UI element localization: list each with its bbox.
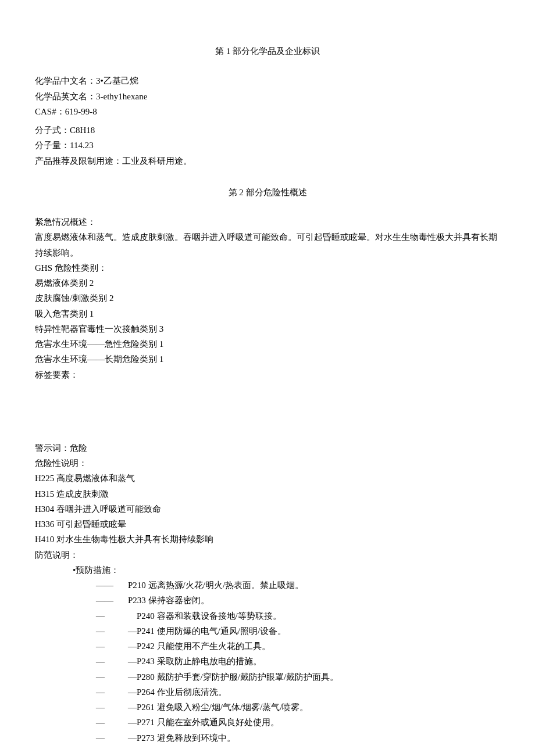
dash-icon: — bbox=[96, 685, 128, 700]
list-item: ——P242 只能使用不产生火花的工具。 bbox=[96, 639, 500, 654]
list-item: ——P233 保持容器密闭。 bbox=[96, 593, 500, 608]
hazard-1: H315 造成皮肤刺激 bbox=[35, 486, 500, 501]
cas-value: 619-99-8 bbox=[65, 107, 97, 116]
formula-value: C8H18 bbox=[70, 126, 95, 135]
pictogram-placeholder bbox=[35, 382, 500, 440]
document-page: 第 1 部分化学品及企业标识 化学品中文名：3•乙基己烷 化学品英文名：3-et… bbox=[0, 0, 535, 756]
overview-label: 紧急情况概述： bbox=[35, 214, 500, 230]
section-1-body: 化学品中文名：3•乙基己烷 化学品英文名：3-ethy1hexane CAS#：… bbox=[35, 73, 500, 169]
mw-value: 114.23 bbox=[70, 141, 94, 150]
hazard-3: H336 可引起昏睡或眩晕 bbox=[35, 517, 500, 532]
mw-label: 分子量： bbox=[35, 141, 70, 150]
list-item: ——P280 戴防护手套/穿防护服/戴防护眼罩/戴防护面具。 bbox=[96, 669, 500, 685]
ghs-label: GHS 危险性类别： bbox=[35, 260, 500, 275]
formula-line: 分子式：C8H18 bbox=[35, 123, 500, 138]
list-item: ——P264 作业后彻底清洗。 bbox=[96, 685, 500, 700]
dash-icon: — bbox=[96, 624, 128, 639]
list-item: ——P273 避免释放到环境中。 bbox=[96, 730, 500, 746]
dash-icon: — bbox=[96, 654, 128, 669]
prevent-text: P233 保持容器密闭。 bbox=[128, 593, 209, 608]
ghs-class-3: 特异性靶器官毒性一次接触类别 3 bbox=[35, 321, 500, 336]
ghs-class-5: 危害水生环境——长期危险类别 1 bbox=[35, 352, 500, 367]
dash-icon: —— bbox=[96, 578, 128, 593]
ghs-class-4: 危害水生环境——急性危险类别 1 bbox=[35, 336, 500, 352]
use-line: 产品推荐及限制用途：工业及科研用途。 bbox=[35, 153, 500, 169]
prevent-text: —P271 只能在室外或通风良好处使用。 bbox=[128, 715, 279, 730]
list-item: ——P241 使用防爆的电气/通风/照明/设备。 bbox=[96, 624, 500, 639]
dash-icon: — bbox=[96, 608, 128, 624]
cas-line: CAS#：619-99-8 bbox=[35, 104, 500, 119]
name-en-value: 3-ethy1hexane bbox=[96, 92, 147, 101]
ghs-class-0: 易燃液体类别 2 bbox=[35, 275, 500, 291]
use-value: 工业及科研用途。 bbox=[122, 156, 192, 166]
section-1-title: 第 1 部分化学品及企业标识 bbox=[35, 44, 500, 59]
signal-word-line: 警示词：危险 bbox=[35, 440, 500, 456]
name-en-label: 化学品英文名： bbox=[35, 92, 96, 101]
list-item: ——P261 避免吸入粉尘/烟/气体/烟雾/蒸气/喷雾。 bbox=[96, 700, 500, 715]
dash-icon: — bbox=[96, 669, 128, 685]
ghs-class-2: 吸入危害类别 1 bbox=[35, 306, 500, 321]
prevent-text: P240 容器和装载设备接地/等势联接。 bbox=[128, 608, 281, 624]
hazard-0: H225 高度易燃液体和蒸气 bbox=[35, 471, 500, 486]
dash-icon: — bbox=[96, 639, 128, 654]
hazard-4: H410 对水生生物毒性极大并具有长期持续影响 bbox=[35, 532, 500, 547]
prevent-text: —P261 避免吸入粉尘/烟/气体/烟雾/蒸气/喷雾。 bbox=[128, 700, 308, 715]
precaution-label: 防范说明： bbox=[35, 547, 500, 562]
list-item: ——P210 远离热源/火花/明火/热表面。禁止吸烟。 bbox=[96, 578, 500, 593]
formula-label: 分子式： bbox=[35, 126, 70, 135]
prevent-text: —P242 只能使用不产生火花的工具。 bbox=[128, 639, 270, 654]
dash-icon: — bbox=[96, 730, 128, 746]
section-2-title: 第 2 部分危险性概述 bbox=[35, 185, 500, 200]
cas-label: CAS#： bbox=[35, 107, 65, 116]
list-item: ——P243 采取防止静电放电的措施。 bbox=[96, 654, 500, 669]
list-item: —P240 容器和装载设备接地/等势联接。 bbox=[96, 608, 500, 624]
prevention-lead: •预防措施： bbox=[35, 562, 500, 578]
prevent-text: —P273 避免释放到环境中。 bbox=[128, 730, 236, 746]
prevent-text: —P243 采取防止静电放电的措施。 bbox=[128, 654, 262, 669]
dash-icon: — bbox=[96, 715, 128, 730]
name-cn-value: 3•乙基己烷 bbox=[96, 76, 138, 85]
section-2-body: 紧急情况概述： 富度易燃液体和蒸气。造成皮肤刺激。吞咽并进入呼吸道可能致命。可引… bbox=[35, 214, 500, 746]
name-cn-line: 化学品中文名：3•乙基己烷 bbox=[35, 73, 500, 88]
dash-icon: —— bbox=[96, 593, 128, 608]
prevent-text: —P280 戴防护手套/穿防护服/戴防护眼罩/戴防护面具。 bbox=[128, 669, 338, 685]
prevent-text: —P241 使用防爆的电气/通风/照明/设备。 bbox=[128, 624, 286, 639]
signal-word-value: 危险 bbox=[70, 443, 87, 453]
prevention-list: ——P210 远离热源/火花/明火/热表面。禁止吸烟。 ——P233 保持容器密… bbox=[35, 578, 500, 746]
list-item: ——P271 只能在室外或通风良好处使用。 bbox=[96, 715, 500, 730]
prevent-text: P210 远离热源/火花/明火/热表面。禁止吸烟。 bbox=[128, 578, 304, 593]
mw-line: 分子量：114.23 bbox=[35, 138, 500, 153]
prevent-text: —P264 作业后彻底清洗。 bbox=[128, 685, 227, 700]
name-cn-label: 化学品中文名： bbox=[35, 76, 96, 85]
name-en-line: 化学品英文名：3-ethy1hexane bbox=[35, 89, 500, 104]
label-elements: 标签要素： bbox=[35, 367, 500, 382]
ghs-class-1: 皮肤腐蚀/刺激类别 2 bbox=[35, 291, 500, 306]
dash-icon: — bbox=[96, 700, 128, 715]
hazard-2: H304 吞咽并进入呼吸道可能致命 bbox=[35, 501, 500, 517]
signal-word-label: 警示词： bbox=[35, 443, 70, 453]
overview-body: 富度易燃液体和蒸气。造成皮肤刺激。吞咽并进入呼吸道可能致命。可引起昏睡或眩晕。对… bbox=[35, 230, 500, 260]
hazard-label: 危险性说明： bbox=[35, 456, 500, 471]
use-label: 产品推荐及限制用途： bbox=[35, 156, 122, 166]
